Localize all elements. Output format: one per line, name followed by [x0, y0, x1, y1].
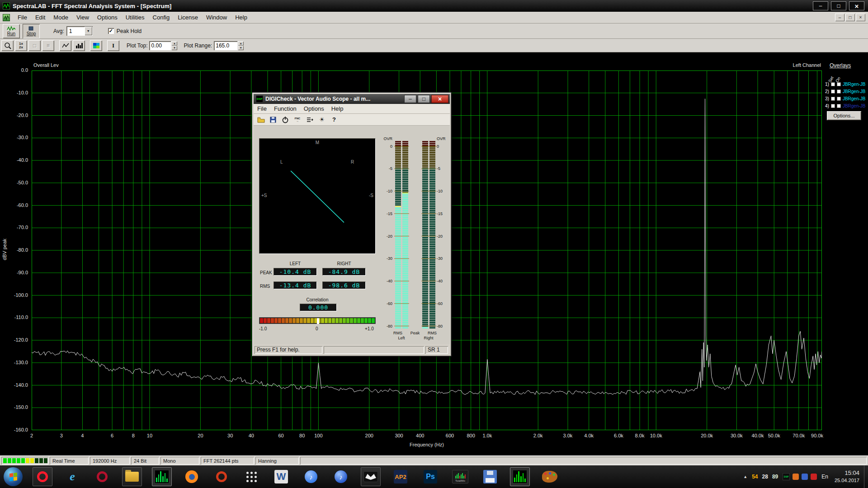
dc-minimize-button[interactable]: –	[404, 95, 416, 103]
overlay-on-checkbox[interactable]	[837, 104, 841, 108]
taskbar-analyzer[interactable]	[510, 467, 530, 486]
zoom-2x-button[interactable]: 1x2x	[15, 40, 27, 51]
overlay-set-checkbox[interactable]	[831, 97, 835, 101]
menu-item-config[interactable]: Config	[149, 12, 174, 23]
help-button[interactable]: ?	[329, 115, 340, 124]
save-file-button[interactable]	[268, 115, 278, 124]
spin-up-icon[interactable]: ▲	[238, 41, 244, 46]
spectrogram-button[interactable]	[90, 40, 102, 51]
tray-app-orange-icon[interactable]	[793, 474, 799, 480]
avg-select[interactable]: 1 ▼	[66, 26, 93, 36]
taskbar-ap2[interactable]: AP2	[391, 467, 410, 486]
dc-close-button[interactable]: ×	[431, 95, 448, 103]
preset-list-button[interactable]	[304, 115, 315, 124]
run-button[interactable]: Run	[3, 24, 20, 38]
overlay-set-checkbox[interactable]	[831, 104, 835, 108]
overlay-on-checkbox[interactable]	[837, 89, 841, 94]
mdi-restore-button[interactable]: □	[845, 14, 855, 21]
overlays-options-button[interactable]: Options...	[827, 111, 861, 120]
taskbar-totalmix[interactable]: TotalMix	[450, 467, 470, 486]
tray-app-blue-icon[interactable]	[802, 474, 808, 480]
dc-menu-item-function[interactable]: Function	[270, 104, 300, 113]
taskbar-clock[interactable]: 15:04 25.04.2017	[835, 469, 859, 483]
minimize-button[interactable]: –	[813, 1, 828, 10]
zoom-button[interactable]	[1, 40, 14, 51]
menu-item-file[interactable]: File	[14, 12, 31, 23]
plot-top-spinner[interactable]: ▲▼	[171, 41, 177, 50]
dc-menu-item-file[interactable]: File	[254, 104, 270, 113]
overlay-on-checkbox[interactable]	[837, 97, 841, 101]
menu-item-view[interactable]: View	[72, 12, 93, 23]
menu-item-options[interactable]: Options	[93, 12, 122, 23]
mini-bar	[459, 476, 460, 479]
tray-expand-button[interactable]: ▲	[743, 474, 747, 479]
line-plot-button[interactable]	[59, 40, 71, 51]
cursor-button[interactable]: I	[107, 40, 119, 51]
plot-range-spinner[interactable]: ▲▼	[238, 41, 244, 50]
plot-top-input[interactable]: 0.00	[149, 41, 171, 50]
spin-down-icon[interactable]: ▼	[171, 46, 177, 50]
x-tick-label: 200	[365, 433, 373, 438]
taskbar-opera[interactable]	[33, 467, 52, 486]
readout-rms-label: RMS	[260, 284, 270, 289]
dc-menu-item-options[interactable]: Options	[300, 104, 328, 113]
plot-range-input[interactable]: 165.0	[214, 41, 237, 50]
taskbar-word[interactable]: W	[271, 467, 291, 486]
dc-maximize-button[interactable]: □	[418, 95, 430, 103]
spin-down-icon[interactable]: ▼	[238, 46, 244, 50]
taskbar-media-player[interactable]	[212, 467, 231, 486]
taskbar-save-tool[interactable]	[480, 467, 500, 486]
language-indicator[interactable]: En	[821, 474, 828, 480]
meter-tick-label: 0	[437, 144, 448, 149]
maximize-button[interactable]: □	[831, 1, 846, 10]
brightness-button[interactable]: ☀	[316, 115, 327, 124]
taskbar-itunes[interactable]: ♪	[301, 467, 321, 486]
dc-menu-item-help[interactable]: Help	[328, 104, 347, 113]
bar-plot-button[interactable]	[73, 40, 85, 51]
taskbar-internet-explorer[interactable]: e	[62, 467, 82, 486]
menu-item-mode[interactable]: Mode	[49, 12, 72, 23]
taskbar-photoshop[interactable]: Ps	[420, 467, 440, 486]
chevron-down-icon[interactable]: ▼	[85, 27, 92, 35]
overlay-set-checkbox[interactable]	[831, 82, 835, 86]
open-file-button[interactable]	[255, 115, 266, 124]
taskbar-opera-beta[interactable]	[92, 467, 112, 486]
taskbar-file-explorer[interactable]	[122, 467, 142, 486]
tray-app-red-icon[interactable]	[811, 474, 817, 480]
mdi-close-button[interactable]: ×	[856, 14, 865, 21]
dc-titlebar[interactable]: DSP DIGICheck - Vector Audio Scope - all…	[254, 94, 450, 104]
menu-item-utilities[interactable]: Utilities	[122, 12, 149, 23]
led-block	[12, 458, 16, 463]
overlay-on-checkbox[interactable]	[837, 82, 841, 86]
vector-scope-display: M L R +S -S	[259, 138, 376, 254]
y-tick-label: -30.0	[0, 135, 28, 140]
menu-item-edit[interactable]: Edit	[31, 12, 49, 23]
stop-button[interactable]: Stop	[23, 24, 40, 38]
taskbar-spectralab[interactable]	[152, 467, 172, 486]
mdi-minimize-button[interactable]: –	[835, 14, 844, 21]
taskbar-paint-palette[interactable]	[540, 467, 560, 486]
overlay-set-checkbox[interactable]	[831, 89, 835, 94]
peak-hold-checkbox[interactable]: ✓	[108, 28, 114, 34]
close-button[interactable]: ×	[849, 1, 864, 10]
power-button[interactable]	[280, 115, 291, 124]
flag-yellow	[14, 477, 17, 481]
start-button[interactable]	[4, 467, 23, 486]
menu-item-window[interactable]: Window	[202, 12, 231, 23]
show-desktop-button[interactable]	[864, 465, 867, 488]
spin-up-icon[interactable]: ▲	[171, 41, 177, 46]
function-select-button[interactable]: FNC→	[292, 115, 303, 124]
mini-bar	[457, 474, 458, 479]
menu-item-help[interactable]: Help	[231, 12, 251, 23]
tray-dsp-icon[interactable]: DSP	[783, 473, 790, 480]
taskbar-firefox[interactable]	[182, 467, 202, 486]
taskbar-app-grid[interactable]	[241, 467, 261, 486]
led-block	[39, 458, 43, 463]
taskbar-music-app[interactable]: ♪	[331, 467, 351, 486]
mdi-child-icon[interactable]	[3, 14, 10, 21]
spectrum-logo-icon	[3, 3, 9, 9]
menu-item-license[interactable]: License	[174, 12, 202, 23]
digicheck-window[interactable]: DSP DIGICheck - Vector Audio Scope - all…	[252, 92, 452, 357]
meter-tick-label: OVR	[382, 136, 392, 141]
taskbar-foobar2000[interactable]	[361, 467, 381, 486]
